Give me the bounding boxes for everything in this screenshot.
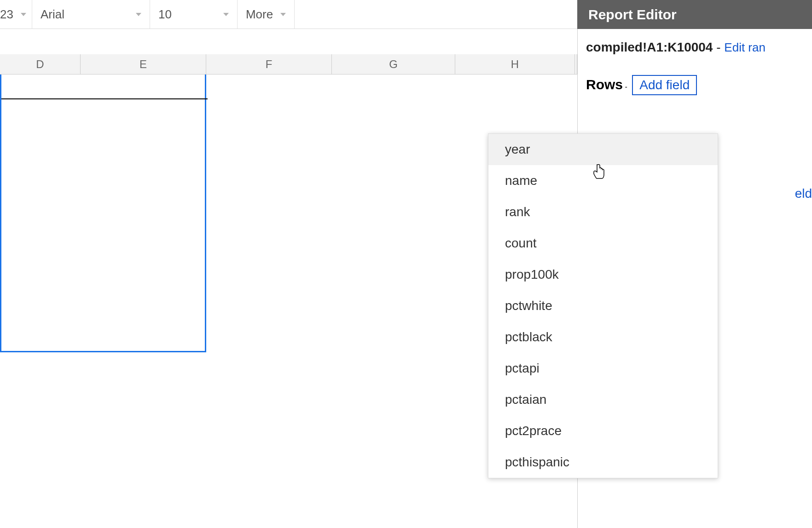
chevron-down-icon — [136, 13, 141, 16]
more-dropdown[interactable]: More — [238, 0, 295, 29]
chevron-down-icon — [280, 13, 286, 16]
field-dropdown: year name rank count prop100k pctwhite p… — [488, 133, 718, 478]
range-text: compiled!A1:K10004 — [586, 40, 713, 54]
font-size-dropdown[interactable]: 10 — [150, 0, 238, 29]
field-option-pctblack[interactable]: pctblack — [488, 321, 718, 353]
column-headers: D E F G H — [0, 54, 577, 75]
column-header-d[interactable]: D — [0, 54, 81, 74]
field-option-pctwhite[interactable]: pctwhite — [488, 290, 718, 321]
field-option-year[interactable]: year — [488, 134, 718, 165]
rows-label: Rows — [586, 77, 623, 92]
field-option-rank[interactable]: rank — [488, 196, 718, 228]
selection-box-inner — [1, 75, 208, 99]
format-number-dropdown[interactable]: 23 — [0, 0, 32, 29]
font-size-label: 10 — [158, 7, 172, 22]
format-number-label: 23 — [0, 7, 13, 22]
column-header-e[interactable]: E — [81, 54, 206, 74]
column-header-f[interactable]: F — [206, 54, 332, 74]
field-option-count[interactable]: count — [488, 228, 718, 259]
field-option-pctapi[interactable]: pctapi — [488, 353, 718, 384]
range-separator: - — [713, 40, 724, 54]
report-editor-header: Report Editor — [577, 0, 812, 29]
rows-separator: - — [623, 83, 629, 91]
field-option-prop100k[interactable]: prop100k — [488, 259, 718, 290]
column-header-g[interactable]: G — [332, 54, 455, 74]
edit-range-link[interactable]: Edit ran — [724, 40, 766, 54]
columns-partial-link[interactable]: eld — [795, 186, 812, 201]
field-option-pctaian[interactable]: pctaian — [488, 384, 718, 415]
column-header-last[interactable] — [575, 54, 577, 74]
field-option-pct2prace[interactable]: pct2prace — [488, 415, 718, 447]
rows-section: Rows - Add field — [578, 64, 812, 100]
report-editor-title: Report Editor — [588, 7, 677, 23]
range-row: compiled!A1:K10004 - Edit ran — [578, 29, 812, 64]
column-header-h[interactable]: H — [455, 54, 575, 74]
field-option-name[interactable]: name — [488, 165, 718, 196]
field-option-pcthispanic[interactable]: pcthispanic — [488, 447, 718, 478]
chevron-down-icon — [223, 13, 229, 16]
font-label: Arial — [41, 7, 64, 22]
more-label: More — [246, 7, 273, 22]
selection-box — [0, 75, 206, 352]
add-field-button[interactable]: Add field — [632, 75, 697, 95]
chevron-down-icon — [21, 13, 26, 16]
font-dropdown[interactable]: Arial — [32, 0, 150, 29]
